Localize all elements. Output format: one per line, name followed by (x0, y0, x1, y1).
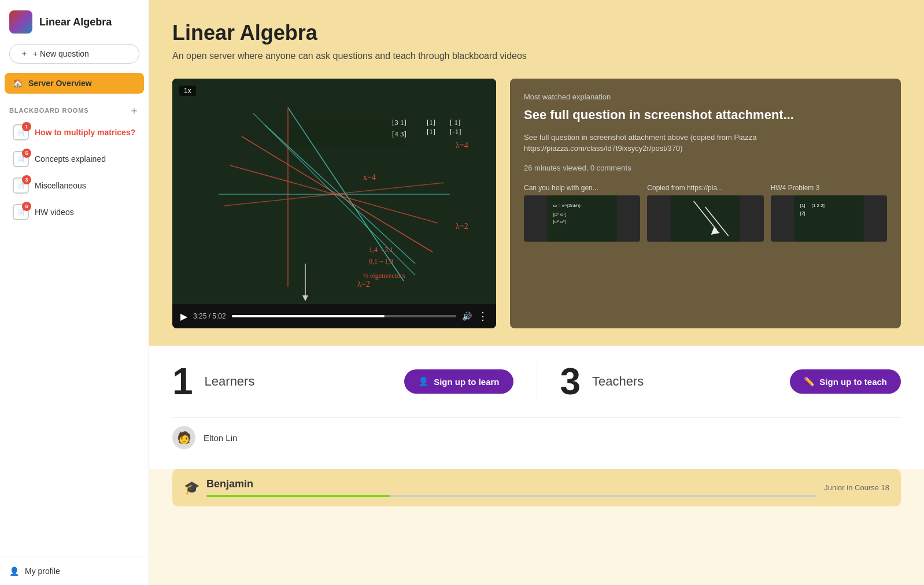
thumb-img-2: [1] [2] [1 2 2] (771, 195, 887, 242)
video-player: 1x [3 1] [4 3] λ=4 (172, 79, 496, 328)
teachers-label: Teachers (592, 374, 644, 389)
sidebar-item-multiply-matrices[interactable]: 📄 1 How to multiply matrices? (3, 119, 145, 146)
teacher-badge: Junior in Course 18 (824, 483, 889, 492)
my-profile-label: My profile (25, 567, 60, 576)
svg-text:½ eigenvectors: ½ eigenvectors (363, 272, 405, 280)
svg-text:λ=4: λ=4 (456, 141, 468, 150)
featured-card: Most watched explanation See full questi… (510, 79, 901, 328)
thumb-label-0: Can you help with gen... (524, 184, 640, 192)
thumb-img-1 (647, 195, 763, 242)
badge-2: 3 (22, 175, 31, 184)
new-question-button[interactable]: ＋ + New question (9, 44, 139, 64)
list-item: 🧑 Elton Lin (172, 417, 901, 457)
svg-text:[-1]: [-1] (450, 127, 461, 136)
teachers-section: 3 Teachers ✏️ Sign up to teach (537, 363, 901, 400)
svg-text:[3  1]: [3 1] (392, 118, 406, 127)
svg-text:[ω² ω³]: [ω² ω³] (553, 220, 566, 224)
svg-text:0,1→1,3: 0,1→1,3 (369, 257, 393, 265)
svg-rect-24 (548, 195, 617, 242)
video-screen: 1x [3 1] [4 3] λ=4 (172, 79, 496, 304)
learn-icon: 👤 (418, 376, 429, 387)
badge-1: 5 (22, 149, 31, 158)
learners-section: 1 Learners 👤 Sign up to learn (172, 363, 537, 400)
featured-stats: 26 minutes viewed, 0 comments (524, 164, 887, 172)
video-time: 3:25 / 5:02 (193, 312, 226, 320)
more-options-button[interactable]: ⋮ (478, 310, 488, 323)
main-header: Linear Algebra An open server where anyo… (149, 0, 924, 79)
thumbnail-0[interactable]: Can you help with gen... ω = e^(2πi/n) [… (524, 184, 640, 242)
user-name-0: Elton Lin (204, 433, 237, 443)
teacher-progress-bar (206, 495, 817, 497)
new-question-label: + New question (33, 49, 89, 58)
rooms-section-label: BLACKBOARD ROOMS (9, 107, 89, 114)
video-progress-bar[interactable] (232, 315, 456, 317)
learner-list: 🧑 Elton Lin (149, 417, 924, 469)
teacher-icon: 🎓 (184, 480, 199, 495)
teacher-card[interactable]: 🎓 Benjamin Junior in Course 18 (172, 469, 901, 506)
svg-text:[ω⁰ ω¹]: [ω⁰ ω¹] (553, 212, 566, 217)
volume-button[interactable]: 🔊 (462, 312, 472, 321)
teacher-name: Benjamin (206, 478, 253, 490)
svg-text:λ=2: λ=2 (357, 280, 370, 288)
svg-text:[1]: [1] (427, 127, 435, 136)
thumb-label-2: HW4 Problem 3 (771, 184, 887, 192)
sign-up-to-learn-button[interactable]: 👤 Sign up to learn (404, 369, 513, 394)
page-title: Linear Algebra (172, 21, 901, 45)
add-room-button[interactable]: ＋ (129, 105, 139, 116)
video-controls: ▶ 3:25 / 5:02 🔊 ⋮ (172, 304, 496, 328)
svg-text:[2]: [2] (800, 210, 805, 216)
featured-desc: See full question in screenshot attachme… (524, 132, 887, 154)
learn-btn-label: Sign up to learn (434, 377, 499, 387)
svg-rect-28 (671, 195, 740, 242)
sidebar-title: Linear Algebra (39, 16, 112, 28)
teacher-progress-fill (206, 495, 390, 497)
video-progress-fill (232, 315, 385, 317)
thumbnail-2[interactable]: HW4 Problem 3 [1] [2] [1 2 2] (771, 184, 887, 242)
thumbnail-1[interactable]: Copied from https://pia... (647, 184, 763, 242)
plus-icon: ＋ (20, 49, 28, 59)
room-icon-1: 📄 5 (13, 151, 29, 167)
teacher-info: Benjamin (206, 478, 817, 497)
svg-text:[1]: [1] (427, 118, 435, 127)
avatar: 🧑 (172, 426, 195, 449)
svg-text:[4  3]: [4 3] (392, 129, 406, 138)
server-overview-label: Server Overview (28, 79, 92, 88)
svg-text:x=4: x=4 (363, 173, 376, 182)
server-overview-button[interactable]: 🏠 Server Overview (5, 73, 144, 94)
svg-rect-32 (794, 195, 863, 242)
svg-text:[1 2 2]: [1 2 2] (811, 203, 824, 208)
thumbnail-row: Can you help with gen... ω = e^(2πi/n) [… (524, 184, 887, 242)
badge-0: 1 (22, 122, 31, 131)
room-name-1: Concepts explained (35, 154, 106, 164)
sidebar: Linear Algebra ＋ + New question 🏠 Server… (0, 0, 149, 585)
thumb-label-1: Copied from https://pia... (647, 184, 763, 192)
svg-text:λ=2: λ=2 (456, 222, 468, 231)
room-icon-0: 📄 1 (13, 124, 29, 140)
home-icon: 🏠 (13, 79, 23, 88)
sidebar-item-miscellaneous[interactable]: 📄 3 Miscellaneous (3, 172, 145, 199)
featured-row: 1x [3 1] [4 3] λ=4 (149, 79, 924, 346)
my-profile-link[interactable]: 👤 My profile (0, 557, 149, 585)
svg-text:[ 1]: [ 1] (450, 118, 460, 127)
featured-label: Most watched explanation (524, 92, 887, 101)
svg-rect-0 (172, 79, 496, 304)
page-subtitle: An open server where anyone can ask ques… (172, 51, 901, 61)
sign-up-to-teach-button[interactable]: ✏️ Sign up to teach (790, 369, 901, 394)
sidebar-item-hw-videos[interactable]: 📄 6 HW videos (3, 199, 145, 225)
video-speed-badge: 1x (179, 86, 196, 96)
svg-text:[1]: [1] (800, 203, 805, 208)
teachers-count: 3 (560, 363, 581, 400)
teach-icon: ✏️ (804, 376, 815, 387)
featured-title: See full question in screenshot attachme… (524, 107, 887, 124)
main-content: Linear Algebra An open server where anyo… (149, 0, 924, 585)
play-button[interactable]: ▶ (180, 311, 187, 322)
sidebar-item-concepts-explained[interactable]: 📄 5 Concepts explained (3, 146, 145, 172)
room-name-0: How to multiply matrices? (35, 128, 135, 137)
room-icon-3: 📄 6 (13, 204, 29, 220)
thumb-img-0: ω = e^(2πi/n) [ω⁰ ω¹] [ω² ω³] (524, 195, 640, 242)
svg-text:1,4→3,1: 1,4→3,1 (369, 246, 393, 254)
learners-count: 1 (172, 363, 193, 400)
learners-label: Learners (205, 374, 255, 389)
room-icon-2: 📄 3 (13, 177, 29, 194)
sidebar-header: Linear Algebra (0, 0, 149, 39)
